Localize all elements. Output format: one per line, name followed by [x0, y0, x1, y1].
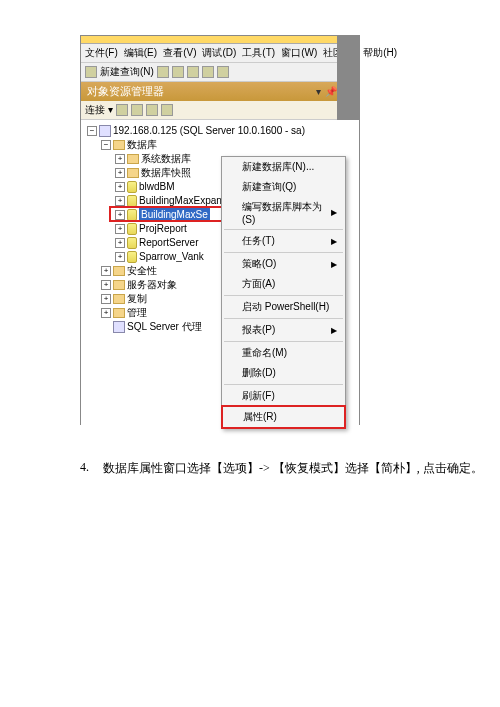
connect-icon[interactable] [116, 104, 128, 116]
tree-replication[interactable]: 复制 [127, 292, 147, 306]
menu-tools[interactable]: 工具(T) [242, 46, 275, 60]
ctx-tasks[interactable]: 任务(T)▶ [222, 231, 345, 251]
database-icon [127, 251, 137, 263]
menu-edit[interactable]: 编辑(E) [124, 46, 157, 60]
toolbar-icon[interactable] [187, 66, 199, 78]
expand-icon[interactable]: + [115, 154, 125, 164]
expand-icon[interactable]: + [101, 294, 111, 304]
connect-icon[interactable] [146, 104, 158, 116]
tree-management[interactable]: 管理 [127, 306, 147, 320]
expand-icon[interactable]: + [115, 238, 125, 248]
tree-db[interactable]: ProjReport [139, 222, 187, 236]
expand-icon[interactable]: + [115, 252, 125, 262]
expand-icon[interactable]: − [101, 140, 111, 150]
tree-server[interactable]: 192.168.0.125 (SQL Server 10.0.1600 - sa… [113, 124, 305, 138]
menu-window[interactable]: 窗口(W) [281, 46, 317, 60]
tree-serverobj[interactable]: 服务器对象 [127, 278, 177, 292]
newquery-button[interactable]: 新建查询(N) [100, 65, 154, 79]
ctx-script[interactable]: 编写数据库脚本为(S)▶ [222, 197, 345, 228]
ctx-new-database[interactable]: 新建数据库(N)... [222, 157, 345, 177]
database-icon [127, 181, 137, 193]
newquery-icon[interactable] [85, 66, 97, 78]
expand-icon[interactable]: + [115, 182, 125, 192]
database-icon [127, 237, 137, 249]
connect-icon[interactable] [161, 104, 173, 116]
ctx-policies[interactable]: 策略(O)▶ [222, 254, 345, 274]
tree-db[interactable]: ReportServer [139, 236, 198, 250]
tree-agent[interactable]: SQL Server 代理 [127, 320, 202, 334]
tree-databases[interactable]: 数据库 [127, 138, 157, 152]
expand-icon[interactable]: + [115, 224, 125, 234]
ctx-properties[interactable]: 属性(R) [221, 405, 346, 429]
ctx-rename[interactable]: 重命名(M) [222, 343, 345, 363]
folder-icon [113, 140, 125, 150]
toolbar-icon[interactable] [157, 66, 169, 78]
tree-db[interactable]: blwdBM [139, 180, 175, 194]
chevron-right-icon: ▶ [331, 260, 337, 269]
agent-icon [113, 321, 125, 333]
expand-icon[interactable]: + [115, 168, 125, 178]
object-explorer-header: 对象资源管理器 ▾ 📌 ✕ [81, 82, 359, 101]
menu-file[interactable]: 文件(F) [85, 46, 118, 60]
folder-icon [113, 308, 125, 318]
highlight-box [109, 206, 227, 222]
expand-icon[interactable]: − [87, 126, 97, 136]
ctx-new-query[interactable]: 新建查询(Q) [222, 177, 345, 197]
step-number: 4. [80, 460, 89, 477]
tree-sysdb[interactable]: 系统数据库 [141, 152, 191, 166]
ssms-window: 文件(F) 编辑(E) 查看(V) 调试(D) 工具(T) 窗口(W) 社区(C… [80, 35, 360, 425]
connect-dropdown[interactable]: 连接 ▾ [85, 103, 113, 117]
ctx-refresh[interactable]: 刷新(F) [222, 386, 345, 406]
menu-bar: 文件(F) 编辑(E) 查看(V) 调试(D) 工具(T) 窗口(W) 社区(C… [81, 44, 359, 63]
panel-title: 对象资源管理器 [87, 84, 164, 99]
chevron-right-icon: ▶ [331, 326, 337, 335]
expand-icon[interactable]: + [101, 266, 111, 276]
ctx-facets[interactable]: 方面(A) [222, 274, 345, 294]
title-bar [81, 36, 359, 44]
ctx-delete[interactable]: 删除(D) [222, 363, 345, 383]
dropdown-icon[interactable]: ▾ [316, 86, 321, 97]
toolbar-icon[interactable] [217, 66, 229, 78]
tree-snapshot[interactable]: 数据库快照 [141, 166, 191, 180]
folder-icon [127, 168, 139, 178]
connect-icon[interactable] [131, 104, 143, 116]
folder-icon [127, 154, 139, 164]
menu-debug[interactable]: 调试(D) [202, 46, 236, 60]
expand-icon[interactable]: + [101, 308, 111, 318]
folder-icon [113, 280, 125, 290]
instruction-step: 4. 数据库属性窗口选择【选项】-> 【恢复模式】选择【简朴】, 点击确定。 [80, 460, 500, 477]
server-icon [99, 125, 111, 137]
expand-icon[interactable]: + [115, 196, 125, 206]
chevron-right-icon: ▶ [331, 208, 337, 217]
context-menu: 新建数据库(N)... 新建查询(Q) 编写数据库脚本为(S)▶ 任务(T)▶ … [221, 156, 346, 429]
menu-help[interactable]: 帮助(H) [363, 46, 397, 60]
toolbar-icon[interactable] [202, 66, 214, 78]
ctx-powershell[interactable]: 启动 PowerShell(H) [222, 297, 345, 317]
step-text: 数据库属性窗口选择【选项】-> 【恢复模式】选择【简朴】, 点击确定。 [103, 460, 483, 477]
chevron-right-icon: ▶ [331, 237, 337, 246]
toolbar-icon[interactable] [172, 66, 184, 78]
pin-icon[interactable]: 📌 [325, 86, 337, 97]
folder-icon [113, 266, 125, 276]
toolbar: 新建查询(N) [81, 63, 359, 82]
ctx-reports[interactable]: 报表(P)▶ [222, 320, 345, 340]
connect-bar: 连接 ▾ [81, 101, 359, 120]
expand-icon[interactable]: + [101, 280, 111, 290]
tree-security[interactable]: 安全性 [127, 264, 157, 278]
tree-db[interactable]: Sparrow_Vank [139, 250, 204, 264]
folder-icon [113, 294, 125, 304]
menu-view[interactable]: 查看(V) [163, 46, 196, 60]
database-icon [127, 223, 137, 235]
